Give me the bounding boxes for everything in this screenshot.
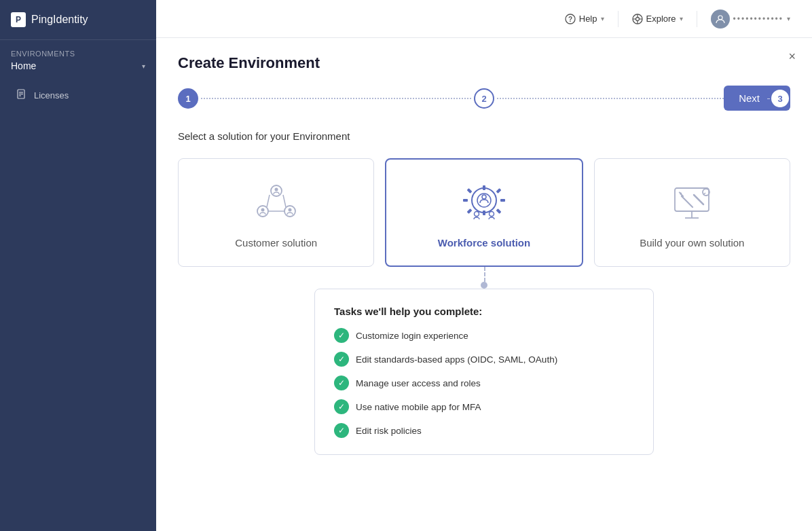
step-1: 1: [178, 88, 198, 109]
connector-dashed-line: [484, 267, 485, 282]
home-dropdown[interactable]: Home ▾: [11, 60, 145, 71]
topbar-separator: [618, 11, 619, 27]
task-label-5: Edit risk policies: [356, 426, 422, 436]
task-label-2: Edit standards-based apps (OIDC, SAML, O…: [356, 354, 557, 365]
main-area: ? Help ▾ Explore ▾: [156, 0, 812, 531]
user-chevron-icon: ▾: [787, 15, 790, 22]
svg-line-17: [283, 195, 286, 207]
task-item-1: ✓ Customize login experience: [334, 328, 634, 343]
logo-text: PingIdentity: [31, 14, 88, 26]
logo-identity: Identity: [53, 14, 88, 25]
svg-point-20: [261, 208, 264, 211]
svg-point-34: [489, 211, 494, 216]
connector: [178, 267, 790, 289]
svg-point-21: [288, 208, 291, 211]
svg-point-22: [472, 188, 496, 213]
ping-logo-box: P: [11, 12, 26, 27]
svg-point-33: [474, 211, 479, 216]
task-label-1: Customize login experience: [356, 331, 468, 341]
logo-ping: Ping: [31, 14, 53, 25]
avatar: [711, 10, 730, 29]
svg-line-38: [694, 195, 703, 204]
svg-rect-30: [496, 208, 502, 214]
check-icon-1: ✓: [334, 328, 349, 343]
step-2: 2: [474, 88, 494, 109]
task-item-3: ✓ Manage user access and roles: [334, 376, 634, 390]
svg-rect-23: [483, 185, 485, 190]
sidebar-item-licenses[interactable]: Licenses: [5, 82, 151, 109]
svg-point-31: [477, 194, 491, 207]
user-menu-button[interactable]: •••••••••••• ▾: [703, 5, 798, 33]
stepper: 1 2 3 Next →: [178, 88, 790, 109]
close-button[interactable]: ×: [788, 50, 796, 62]
task-item-5: ✓ Edit risk policies: [334, 423, 634, 438]
workforce-icon: [460, 183, 508, 226]
chevron-down-icon: ▾: [142, 62, 145, 70]
svg-rect-35: [675, 188, 709, 211]
svg-line-40: [703, 193, 705, 195]
sidebar-nav: Licenses: [0, 77, 156, 114]
task-item-4: ✓ Use native mobile app for MFA: [334, 399, 634, 414]
licenses-label: Licenses: [34, 90, 69, 100]
svg-rect-24: [483, 210, 485, 215]
cards-section: Customer solution: [178, 158, 790, 455]
tasks-title: Tasks we'll help you complete:: [334, 306, 634, 317]
check-icon-2: ✓: [334, 352, 349, 367]
workforce-solution-label: Workforce solution: [438, 237, 530, 249]
user-name: ••••••••••••: [733, 14, 783, 24]
topbar: ? Help ▾ Explore ▾: [156, 0, 812, 38]
check-icon-4: ✓: [334, 399, 349, 414]
next-label: Next: [739, 92, 760, 104]
home-label: Home: [11, 60, 36, 71]
user-icon: [716, 14, 725, 24]
workforce-solution-card[interactable]: Workforce solution: [385, 158, 583, 267]
task-item-2: ✓ Edit standards-based apps (OIDC, SAML,…: [334, 352, 634, 367]
help-button[interactable]: ? Help ▾: [557, 10, 612, 29]
check-icon-5: ✓: [334, 423, 349, 438]
build-solution-label: Build your own solution: [640, 237, 744, 249]
task-label-3: Manage user access and roles: [356, 378, 481, 388]
svg-rect-28: [496, 188, 502, 194]
step-3: 3: [770, 88, 790, 109]
task-label-4: Use native mobile app for MFA: [356, 402, 481, 412]
sidebar: P PingIdentity Environments Home ▾ Licen…: [0, 0, 156, 531]
svg-point-12: [718, 16, 722, 20]
tasks-panel: Tasks we'll help you complete: ✓ Customi…: [314, 289, 654, 455]
svg-point-32: [482, 195, 486, 199]
explore-icon: [632, 14, 643, 24]
svg-text:?: ?: [568, 16, 572, 23]
logo-letter: P: [16, 15, 21, 24]
step-line-1: [201, 98, 471, 99]
topbar-separator-2: [697, 11, 697, 27]
help-label: Help: [579, 14, 597, 24]
explore-chevron-icon: ▾: [680, 15, 683, 22]
solutions-row: Customer solution: [178, 158, 790, 267]
connector-dot: [481, 282, 487, 289]
svg-rect-26: [500, 199, 505, 202]
help-icon: ?: [565, 14, 576, 24]
svg-point-19: [274, 187, 278, 191]
explore-label: Explore: [646, 14, 676, 24]
build-solution-card[interactable]: Build your own solution: [594, 158, 790, 267]
svg-rect-29: [467, 208, 473, 214]
svg-line-16: [267, 195, 270, 207]
customer-icon: [255, 183, 298, 226]
help-chevron-icon: ▾: [601, 15, 604, 22]
svg-line-42: [680, 194, 683, 196]
customer-solution-label: Customer solution: [235, 237, 317, 249]
content-area: × Create Environment 1 2 3 Next → Select…: [156, 38, 812, 531]
customer-solution-card[interactable]: Customer solution: [178, 158, 374, 267]
svg-line-43: [679, 192, 682, 194]
explore-button[interactable]: Explore ▾: [624, 10, 691, 29]
licenses-icon: [16, 89, 27, 102]
sidebar-logo: P PingIdentity: [0, 0, 156, 40]
svg-rect-27: [467, 188, 473, 194]
section-subtitle: Select a solution for your Environment: [178, 130, 790, 142]
svg-point-7: [635, 17, 639, 20]
svg-line-41: [682, 196, 693, 207]
environment-section: Environments Home ▾: [0, 40, 156, 77]
page-title: Create Environment: [178, 54, 790, 72]
build-icon: [668, 183, 716, 226]
check-icon-3: ✓: [334, 376, 349, 390]
svg-rect-25: [463, 199, 468, 202]
